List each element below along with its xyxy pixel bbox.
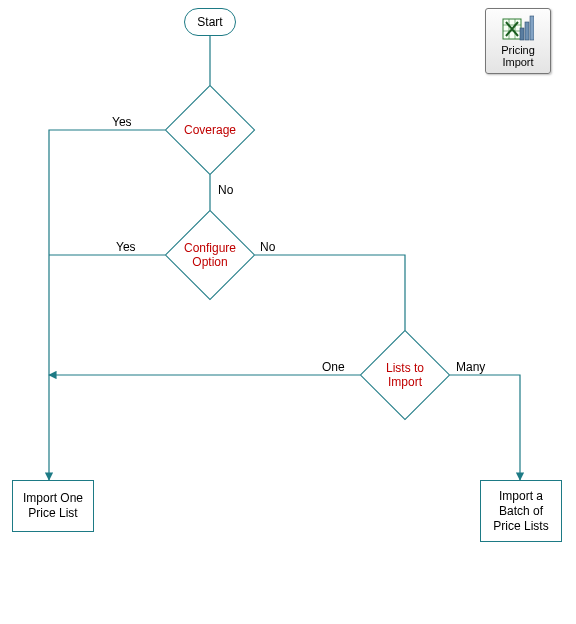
start-label: Start	[197, 15, 222, 30]
excel-chart-icon	[502, 14, 534, 42]
edge-configure-no: No	[260, 240, 275, 254]
decision-configure: Configure Option	[178, 223, 242, 287]
process-import-one: Import One Price List	[12, 480, 94, 532]
process-import-batch-label: Import a Batch of Price Lists	[493, 489, 548, 534]
pricing-import-button[interactable]: Pricing Import	[485, 8, 551, 74]
process-import-one-label: Import One Price List	[23, 491, 83, 521]
start-terminator: Start	[184, 8, 236, 36]
edge-configure-yes: Yes	[116, 240, 136, 254]
decision-coverage: Coverage	[178, 98, 242, 162]
edge-coverage-yes: Yes	[112, 115, 132, 129]
edge-lists-many: Many	[456, 360, 485, 374]
edge-lists-one: One	[322, 360, 345, 374]
pricing-import-label-line2: Import	[502, 56, 533, 68]
decision-lists: Lists to Import	[373, 343, 437, 407]
svg-rect-9	[520, 28, 524, 40]
svg-rect-11	[530, 16, 534, 40]
process-import-batch: Import a Batch of Price Lists	[480, 480, 562, 542]
edge-coverage-no: No	[218, 183, 233, 197]
pricing-import-label-line1: Pricing	[501, 44, 535, 56]
svg-rect-10	[525, 22, 529, 40]
